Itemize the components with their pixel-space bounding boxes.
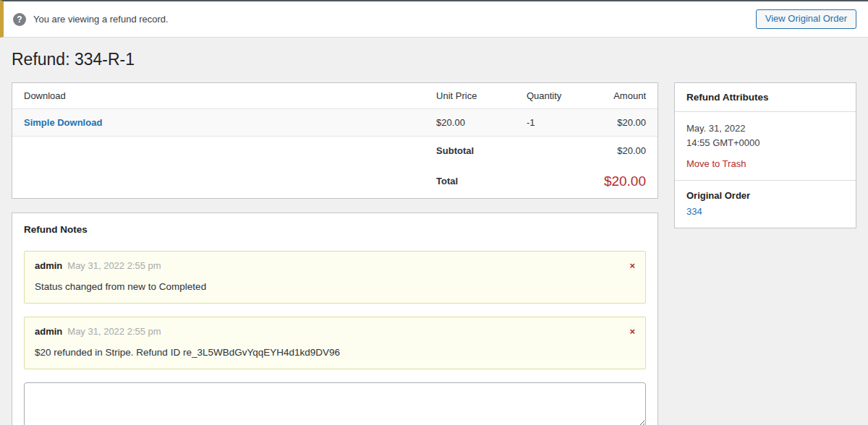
column-header-unit-price: Unit Price [425,83,515,109]
refund-attributes-title: Refund Attributes [675,83,856,112]
refund-notice-bar: ? You are viewing a refund record. View … [0,0,868,38]
note-date: May 31, 2022 2:55 pm [67,260,161,271]
refund-notes-panel: Refund Notes admin May 31, 2022 2:55 pm … [12,212,658,425]
total-row: Total $20.00 [12,165,658,198]
table-row: Simple Download $20.00 -1 $20.00 [12,108,658,136]
refund-date-section: May. 31, 2022 14:55 GMT+0000 Move to Tra… [675,112,856,181]
move-to-trash-link[interactable]: Move to Trash [686,158,746,169]
original-order-label: Original Order [686,190,844,201]
refund-notes-title: Refund Notes [12,213,658,242]
notes-list: admin May 31, 2022 2:55 pm × Status chan… [12,242,658,369]
quantity-cell: -1 [515,108,592,136]
column-header-quantity: Quantity [515,83,592,109]
download-item-link[interactable]: Simple Download [24,117,102,128]
note-date: May 31, 2022 2:55 pm [67,326,161,337]
refund-date-line1: May. 31, 2022 [686,121,844,136]
note-card: admin May 31, 2022 2:55 pm × $20 refunde… [24,317,646,369]
delete-note-icon[interactable]: × [629,261,635,270]
note-card: admin May 31, 2022 2:55 pm × Status chan… [24,251,646,304]
delete-note-icon[interactable]: × [629,327,635,336]
total-amount: $20.00 [592,165,658,198]
unit-price-cell: $20.00 [425,108,515,136]
subtotal-row: Subtotal $20.00 [12,136,658,165]
new-note-textarea[interactable] [24,382,646,425]
amount-cell: $20.00 [592,108,658,136]
column-header-amount: Amount [592,83,658,109]
help-icon: ? [13,13,26,26]
refund-items-panel: Download Unit Price Quantity Amount Simp… [12,82,658,199]
note-author: admin [35,326,62,337]
refund-items-table: Download Unit Price Quantity Amount Simp… [12,83,658,198]
note-author: admin [35,260,62,271]
notice-text: You are viewing a refund record. [33,14,169,25]
original-order-section: Original Order 334 [675,181,856,228]
main-column: Download Unit Price Quantity Amount Simp… [12,82,658,425]
table-header-row: Download Unit Price Quantity Amount [12,83,658,109]
refund-date-line2: 14:55 GMT+0000 [686,136,844,150]
page-content: Refund: 334-R-1 Download Unit Price Quan… [0,38,868,425]
original-order-link[interactable]: 334 [686,206,702,217]
note-text: $20 refunded in Stripe. Refund ID re_3L5… [35,347,635,358]
refund-attributes-panel: Refund Attributes May. 31, 2022 14:55 GM… [674,82,856,228]
subtotal-amount: $20.00 [592,136,658,165]
page-title: Refund: 334-R-1 [12,45,856,74]
total-label: Total [425,165,592,198]
sidebar-column: Refund Attributes May. 31, 2022 14:55 GM… [674,82,856,228]
subtotal-label: Subtotal [425,136,592,165]
column-header-download: Download [12,83,425,109]
note-text: Status changed from new to Completed [35,281,635,292]
view-original-order-button[interactable]: View Original Order [756,9,856,29]
